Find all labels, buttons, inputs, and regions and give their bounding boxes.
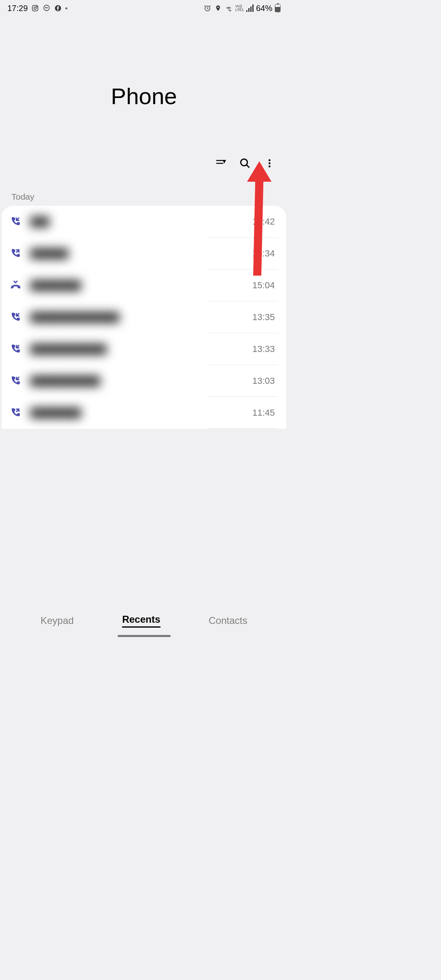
instagram-icon	[31, 4, 39, 12]
more-notifications-dot	[65, 7, 67, 9]
action-bar	[0, 151, 288, 176]
call-contact-name: ██████████████	[30, 312, 244, 323]
tab-contacts[interactable]: Contacts	[209, 615, 247, 626]
svg-point-9	[241, 159, 247, 166]
missed-call-icon	[10, 279, 22, 292]
alarm-icon	[203, 4, 212, 12]
call-time: 15:34	[252, 248, 278, 259]
call-contact-name: ██████	[30, 248, 244, 259]
wifi-icon	[225, 4, 233, 12]
call-contact-name: ████████	[30, 280, 244, 291]
section-label-today: Today	[0, 192, 288, 202]
status-time: 17:29	[7, 4, 28, 13]
call-time: 13:33	[252, 344, 278, 354]
incoming-call-icon	[10, 375, 22, 387]
call-time: 13:03	[252, 376, 278, 386]
outgoing-call-icon	[10, 407, 22, 419]
call-row[interactable]: ███ 16:42	[2, 206, 286, 238]
call-contact-name: ████████████	[30, 344, 244, 354]
outgoing-call-icon	[10, 247, 22, 260]
tab-keypad[interactable]: Keypad	[40, 615, 74, 626]
svg-line-10	[247, 165, 249, 168]
call-time: 13:35	[252, 312, 278, 323]
filter-icon[interactable]	[214, 157, 227, 169]
call-time: 11:45	[252, 408, 278, 418]
app-header: Phone	[0, 16, 288, 151]
status-left: 17:29	[7, 4, 67, 13]
battery-icon	[275, 4, 281, 12]
home-indicator[interactable]	[118, 635, 171, 637]
svg-point-1	[34, 7, 36, 9]
call-time: 15:04	[252, 280, 278, 291]
facebook-icon	[54, 4, 62, 12]
call-time: 16:42	[252, 216, 278, 227]
call-row[interactable]: ████████ 11:45	[2, 397, 286, 429]
call-row[interactable]: ████████████ 13:33	[2, 333, 286, 365]
call-list: ███ 16:42 ██████ 15:34 ████████ 15:04	[2, 206, 286, 429]
incoming-call-icon	[10, 311, 22, 323]
call-row[interactable]: ██████ 15:34	[2, 238, 286, 270]
call-row[interactable]: ████████ 15:04	[2, 270, 286, 301]
incoming-call-icon	[10, 343, 22, 355]
more-options-icon[interactable]	[263, 157, 276, 169]
status-bar: 17:29	[0, 0, 288, 16]
incoming-call-icon	[10, 216, 22, 228]
call-contact-name: ████████	[30, 408, 244, 418]
svg-point-12	[269, 163, 271, 165]
page-title: Phone	[111, 83, 177, 109]
call-row[interactable]: ███████████ 13:03	[2, 365, 286, 397]
lte-label: Vo))LTE1	[235, 4, 244, 12]
svg-point-11	[269, 159, 271, 161]
call-row[interactable]: ██████████████ 13:35	[2, 301, 286, 333]
svg-point-6	[217, 7, 218, 8]
messenger-icon	[42, 4, 51, 12]
search-icon[interactable]	[239, 157, 251, 169]
location-icon	[214, 4, 222, 12]
battery-percent: 64%	[256, 4, 272, 13]
signal-icon	[246, 4, 254, 12]
call-contact-name: ███████████	[30, 376, 244, 386]
tab-recents[interactable]: Recents	[122, 614, 160, 628]
call-contact-name: ███	[30, 216, 244, 227]
svg-point-13	[269, 165, 271, 167]
status-right: Vo))LTE1 64%	[203, 4, 281, 13]
svg-point-2	[36, 6, 37, 7]
